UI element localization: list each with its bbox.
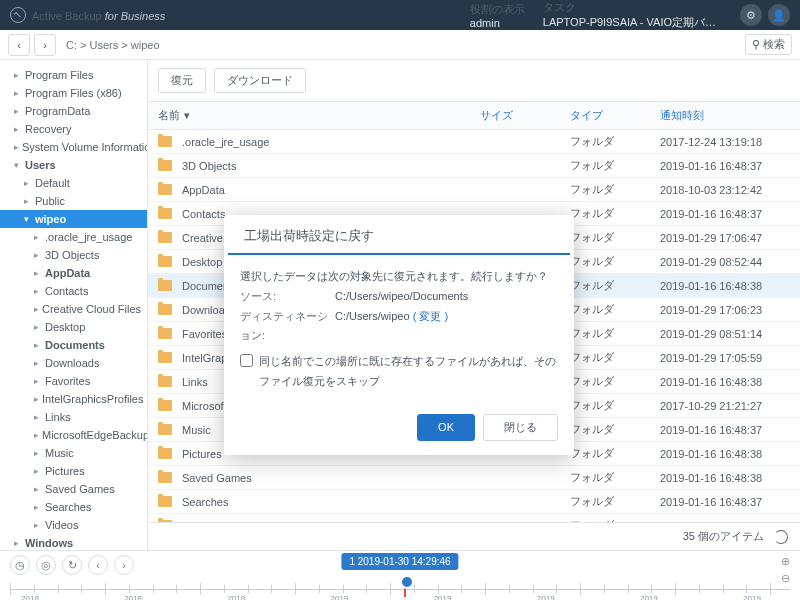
change-destination-link[interactable]: ( 変更 ) [413,310,448,322]
ok-button[interactable]: OK [417,414,475,441]
dialog-message: 選択したデータは次の対象先に復元されます。続行しますか？ [240,267,558,287]
restore-dialog: 工場出荷時設定に戻す 選択したデータは次の対象先に復元されます。続行しますか？ … [224,215,574,455]
destination-row: ディスティネーション: C:/Users/wipeo ( 変更 ) [240,307,558,347]
close-button[interactable]: 閉じる [483,414,558,441]
source-row: ソース: C:/Users/wipeo/Documents [240,287,558,307]
dialog-title: 工場出荷時設定に戻す [228,215,570,255]
skip-existing-checkbox[interactable]: 同じ名前でこの場所に既に存在するファイルがあれば、そのファイル復元をスキップ [240,352,558,392]
